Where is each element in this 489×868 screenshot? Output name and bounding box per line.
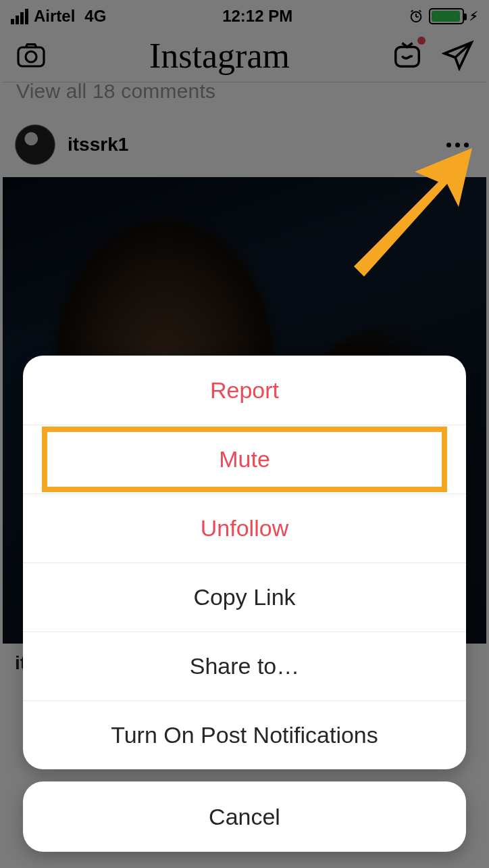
action-share-to[interactable]: Share to… — [23, 631, 466, 700]
action-copy-link[interactable]: Copy Link — [23, 562, 466, 631]
action-unfollow[interactable]: Unfollow — [23, 493, 466, 562]
action-label: Turn On Post Notifications — [111, 722, 378, 748]
action-label: Share to… — [190, 653, 300, 679]
action-label: Mute — [219, 446, 270, 473]
action-label: Unfollow — [201, 515, 288, 541]
action-sheet: Report Mute Unfollow Copy Link Share to…… — [3, 356, 486, 865]
action-sheet-list: Report Mute Unfollow Copy Link Share to…… — [23, 356, 466, 769]
action-cancel[interactable]: Cancel — [23, 781, 466, 852]
phone-frame: Airtel 4G 12:12 PM ⚡︎ Instagram — [0, 0, 489, 868]
action-label: Copy Link — [193, 584, 295, 610]
action-label: Report — [210, 377, 279, 404]
action-report[interactable]: Report — [23, 356, 466, 425]
action-mute[interactable]: Mute — [23, 425, 466, 493]
action-post-notifications[interactable]: Turn On Post Notifications — [23, 700, 466, 769]
cancel-label: Cancel — [209, 804, 280, 830]
